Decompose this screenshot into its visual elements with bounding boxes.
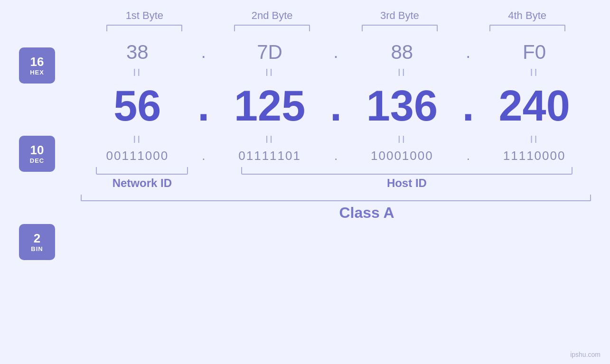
bin-byte1: 00111000 xyxy=(81,149,194,163)
dot-2-bin: . xyxy=(327,149,346,163)
eq-4a: II xyxy=(478,64,591,82)
dec-byte3: 136 xyxy=(346,82,459,131)
dot-3-hex: . xyxy=(459,42,478,62)
top-bracket-2 xyxy=(208,25,336,31)
dec-byte4: 240 xyxy=(478,82,591,131)
byte4-header: 4th Byte xyxy=(463,9,591,25)
top-bracket-4 xyxy=(463,25,591,31)
dec-byte1: 56 xyxy=(81,82,194,131)
dec-byte2: 125 xyxy=(213,82,327,131)
eq-4b: II xyxy=(478,131,591,149)
bin-byte4: 11110000 xyxy=(478,149,591,163)
eq-3b: II xyxy=(346,131,459,149)
hex-byte4: F0 xyxy=(478,41,591,64)
dot-3-dec: . xyxy=(459,82,478,131)
host-bracket-wrap xyxy=(223,167,591,175)
top-bracket-3 xyxy=(336,25,464,31)
dec-badge: 10 DEC xyxy=(19,136,55,172)
dot-1-hex: . xyxy=(194,42,213,62)
dot-2-hex: . xyxy=(327,42,346,62)
eq-2b: II xyxy=(213,131,327,149)
dot-1-dec: . xyxy=(194,82,213,131)
eq-1b: II xyxy=(81,131,194,149)
base-badges-container: 16 HEX 10 DEC 2 BIN xyxy=(19,47,55,260)
bin-badge: 2 BIN xyxy=(19,224,55,260)
dot-1-bin: . xyxy=(194,149,213,163)
full-bracket xyxy=(81,195,591,201)
full-bracket-wrap xyxy=(81,195,591,201)
byte1-header: 1st Byte xyxy=(81,9,208,25)
top-bracket-1 xyxy=(81,25,208,31)
hex-byte1: 38 xyxy=(81,41,194,64)
class-label: Class A xyxy=(81,204,591,222)
hex-byte2: 7D xyxy=(213,41,327,64)
byte3-header: 3rd Byte xyxy=(336,9,464,25)
network-bracket xyxy=(96,167,188,175)
eq-3a: II xyxy=(346,64,459,82)
eq-1a: II xyxy=(81,64,194,82)
host-bracket xyxy=(241,167,573,175)
network-id-label: Network ID xyxy=(81,177,204,190)
bin-byte2: 01111101 xyxy=(213,149,327,163)
hex-badge: 16 HEX xyxy=(19,47,55,84)
hex-byte3: 88 xyxy=(346,41,459,64)
byte2-header: 2nd Byte xyxy=(208,9,336,25)
net-bracket-wrap xyxy=(81,167,204,175)
eq-2a: II xyxy=(213,64,327,82)
bin-byte3: 10001000 xyxy=(346,149,459,163)
dot-3-bin: . xyxy=(459,149,478,163)
watermark: ipshu.com xyxy=(570,351,601,358)
dot-2-dec: . xyxy=(327,82,346,131)
host-id-label: Host ID xyxy=(223,177,591,190)
